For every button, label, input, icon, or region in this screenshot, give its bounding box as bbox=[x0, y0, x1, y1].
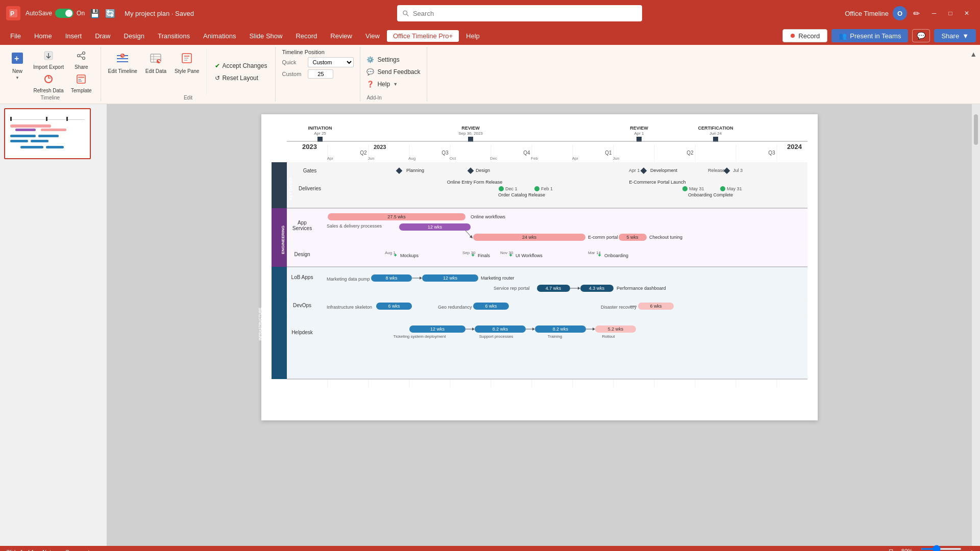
design-row-label: Design bbox=[294, 252, 310, 257]
template-button[interactable]: Template bbox=[68, 72, 94, 95]
rollout-label: Rollout bbox=[602, 334, 616, 339]
settings-button[interactable]: ⚙️ Settings bbox=[366, 55, 420, 65]
menu-file[interactable]: File bbox=[4, 30, 27, 42]
service-rep-label: Service rep portal bbox=[494, 286, 530, 291]
slide-thumb-1[interactable] bbox=[4, 108, 91, 159]
template-icon bbox=[76, 74, 86, 87]
canvas-area: INITIATION Apr 25 REVIEW Sep 30, 2023 RE… bbox=[107, 104, 972, 546]
autosave-toggle[interactable] bbox=[55, 9, 74, 18]
help-button[interactable]: ❓ Help ▼ bbox=[366, 79, 420, 89]
close-button[interactable]: ✕ bbox=[960, 6, 974, 20]
finals-label: Finals bbox=[478, 253, 491, 258]
accept-label: Accept Changes bbox=[222, 62, 267, 69]
title-bar: P AutoSave On 💾 🔄 My project plan · Save… bbox=[0, 0, 980, 27]
menu-help[interactable]: Help bbox=[460, 30, 486, 42]
comments-btn[interactable]: Comments bbox=[65, 549, 92, 551]
feb1-label: Feb 1 bbox=[541, 186, 553, 191]
notes-btn[interactable]: Notes bbox=[42, 549, 57, 551]
menu-design[interactable]: Design bbox=[118, 30, 151, 42]
year-2023-center: 2023 bbox=[374, 144, 386, 150]
refresh-data-button[interactable]: Refresh Data bbox=[31, 72, 66, 95]
ribbon-collapse-button[interactable]: ▲ bbox=[967, 47, 980, 61]
menu-insert[interactable]: Insert bbox=[59, 30, 88, 42]
menu-home[interactable]: Home bbox=[28, 30, 58, 42]
timeline-position-label bbox=[282, 101, 354, 102]
search-bar[interactable] bbox=[397, 5, 642, 21]
svg-line-3 bbox=[406, 14, 408, 16]
help-label: Help bbox=[377, 81, 390, 88]
q4-2023-label: Q4 bbox=[523, 150, 530, 156]
menu-review[interactable]: Review bbox=[324, 30, 358, 42]
month-aug: Aug bbox=[408, 156, 415, 161]
user-avatar[interactable]: O bbox=[893, 6, 907, 20]
menu-view[interactable]: View bbox=[359, 30, 386, 42]
devops-label: DevOps bbox=[293, 303, 311, 308]
refresh-icon bbox=[43, 74, 54, 87]
quick-label: Quick bbox=[282, 59, 305, 65]
bar-24wks-label: 24 wks bbox=[522, 235, 537, 240]
sync-icon[interactable]: 🔄 bbox=[105, 9, 115, 18]
edit-data-button[interactable]: ✎ Edit Data bbox=[142, 49, 169, 95]
aug1-label: Aug 1 bbox=[385, 251, 396, 255]
menu-record[interactable]: Record bbox=[289, 30, 323, 42]
mar14-label: Mar 14 bbox=[588, 251, 601, 255]
reset-layout-button[interactable]: ↺ Reset Layout bbox=[211, 73, 271, 83]
menu-transitions[interactable]: Transitions bbox=[152, 30, 196, 42]
infrastructure-cat bbox=[272, 267, 287, 379]
share-ribbon-label: Share bbox=[75, 64, 88, 70]
autosave-label: AutoSave bbox=[26, 10, 52, 17]
edit-timeline-button[interactable]: ✎ Edit Timeline bbox=[105, 49, 140, 95]
right-scrollbar[interactable] bbox=[972, 104, 980, 546]
new-button[interactable]: + New ▼ bbox=[6, 49, 29, 82]
zoom-in-btn[interactable]: + bbox=[970, 548, 974, 551]
perf-dashboard-label: Performance dashboard bbox=[617, 286, 666, 291]
quick-select[interactable]: Custom Fit All This Month This Quarter T… bbox=[308, 57, 354, 67]
svg-point-4 bbox=[791, 34, 795, 38]
svg-line-13 bbox=[80, 54, 82, 55]
milestone-initiation-label: INITIATION bbox=[308, 126, 332, 131]
menu-slideshow[interactable]: Slide Show bbox=[243, 30, 288, 42]
feedback-icon: 💬 bbox=[366, 68, 374, 76]
minimize-button[interactable]: ─ bbox=[927, 6, 941, 20]
menu-draw[interactable]: Draw bbox=[89, 30, 116, 42]
send-feedback-button[interactable]: 💬 Send Feedback bbox=[366, 67, 420, 77]
support-processes-label: Support processes bbox=[479, 334, 513, 339]
zoom-slider[interactable] bbox=[921, 548, 962, 550]
share-button[interactable]: Share ▼ bbox=[934, 29, 976, 42]
sep30-label: Sep 30 bbox=[462, 251, 476, 255]
accept-changes-button[interactable]: ✔ Accept Changes bbox=[211, 61, 271, 71]
menu-office-timeline[interactable]: Office Timeline Pro+ bbox=[387, 30, 459, 42]
share-ribbon-icon bbox=[76, 51, 86, 63]
svg-rect-42 bbox=[31, 140, 48, 142]
save-icon[interactable]: 💾 bbox=[90, 9, 100, 18]
svg-rect-41 bbox=[10, 140, 28, 142]
ribbon: + New ▼ Import Export Refresh Data bbox=[0, 45, 980, 104]
sales-delivery-label: Sales & delivery processes bbox=[327, 223, 382, 229]
present-in-teams-button[interactable]: 👥 Present in Teams bbox=[831, 29, 908, 42]
bar-12wks-blue-label: 12 wks bbox=[443, 276, 458, 281]
search-input[interactable] bbox=[413, 10, 637, 17]
comment-button[interactable]: 💬 bbox=[912, 29, 930, 42]
ribbon-group-timeline: + New ▼ Import Export Refresh Data bbox=[0, 47, 101, 102]
bar-disaster-6wks-label: 6 wks bbox=[650, 304, 662, 309]
pen-icon[interactable]: ✏ bbox=[911, 7, 922, 20]
scroll-thumb[interactable] bbox=[974, 114, 978, 145]
share-ribbon-button[interactable]: Share bbox=[68, 49, 94, 71]
svg-rect-15 bbox=[77, 75, 85, 83]
q1-2024-label: Q1 bbox=[605, 150, 612, 156]
record-button[interactable]: Record bbox=[782, 29, 827, 42]
autosave-knob bbox=[65, 10, 72, 17]
zoom-level: 80% bbox=[901, 548, 913, 551]
design-label: Design bbox=[476, 168, 490, 173]
fit-button[interactable]: ⊡ bbox=[889, 548, 893, 551]
bar-helpdesk-82wks1-label: 8.2 wks bbox=[493, 327, 508, 332]
custom-input[interactable] bbox=[308, 69, 333, 79]
import-export-button[interactable]: Import Export bbox=[31, 49, 66, 71]
training-label: Training bbox=[548, 334, 562, 339]
svg-rect-40 bbox=[38, 135, 59, 137]
teams-icon: 👥 bbox=[839, 32, 847, 40]
style-pane-button[interactable]: Style Pane bbox=[172, 49, 202, 95]
menu-animations[interactable]: Animations bbox=[197, 30, 242, 42]
timeline-pos-title: Timeline Position bbox=[282, 49, 354, 55]
maximize-button[interactable]: □ bbox=[943, 6, 958, 20]
